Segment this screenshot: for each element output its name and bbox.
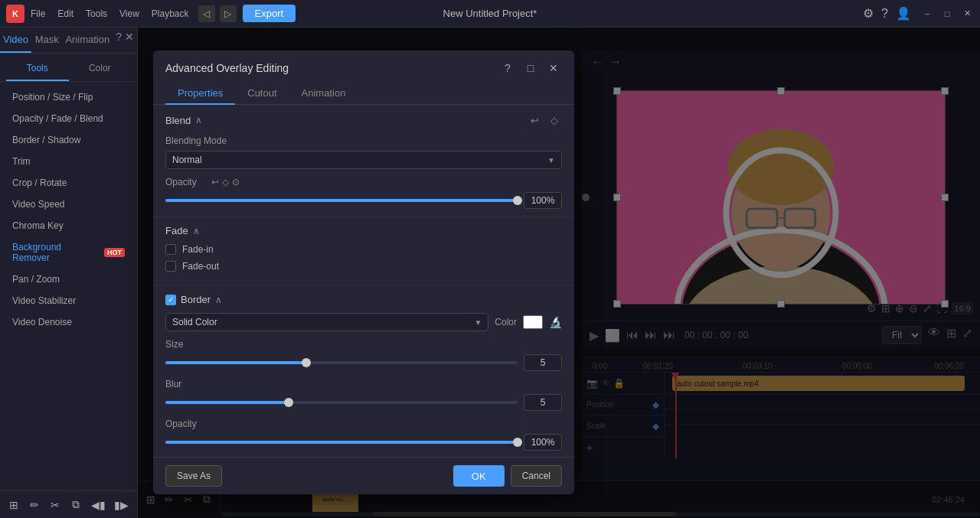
tab-animation[interactable]: Animation (289, 83, 358, 105)
inner-tab-tools[interactable]: Tools (6, 57, 69, 81)
tool-copy-btn[interactable]: ⧉ (67, 495, 83, 515)
sidebar-item-position[interactable]: Position / Size / Flip (0, 86, 137, 108)
cancel-button[interactable]: Cancel (511, 465, 562, 487)
border-opacity-slider-track[interactable] (165, 441, 518, 444)
menu-playback[interactable]: Playback (152, 8, 189, 19)
tool-edit-btn[interactable]: ✏ (27, 495, 43, 515)
blur-slider-thumb[interactable] (284, 398, 293, 407)
dialog-maximize-icon[interactable]: □ (522, 60, 539, 77)
advanced-overlay-dialog: Advanced Overlay Editing ? □ ✕ Propertie… (153, 50, 574, 494)
menu-bar: File Edit Tools View Playback (31, 8, 189, 19)
tab-mask[interactable]: Mask (31, 28, 62, 53)
border-enabled-checkbox[interactable]: ✓ (165, 295, 176, 305)
blur-slider-track[interactable] (165, 401, 518, 404)
fade-in-label: Fade-in (182, 244, 214, 255)
opacity-slider-thumb[interactable] (513, 196, 522, 205)
dialog-header: Advanced Overlay Editing ? □ ✕ (153, 50, 574, 77)
top-bar: K File Edit Tools View Playback ◁ ▷ Expo… (0, 0, 980, 28)
blur-label: Blur (165, 379, 211, 389)
sidebar-item-stabilizer[interactable]: Video Stabilizer (0, 290, 137, 311)
inner-tab-color[interactable]: Color (69, 57, 132, 81)
size-value[interactable]: 5 (524, 354, 562, 371)
tool-track-right[interactable]: ▮▶ (111, 495, 131, 515)
account-icon[interactable]: 👤 (896, 6, 911, 21)
opacity-label: Opacity (165, 177, 211, 187)
nav-forward-btn[interactable]: ▷ (220, 5, 237, 22)
opacity-settings-icon[interactable]: ◇ (222, 177, 229, 187)
sidebar-item-crop[interactable]: Crop / Rotate (0, 172, 137, 194)
border-opacity-row: Opacity 100% (165, 419, 562, 451)
eyedropper-icon[interactable]: 🔬 (549, 316, 562, 328)
menu-tools[interactable]: Tools (86, 8, 107, 19)
opacity-value[interactable]: 100% (524, 192, 562, 209)
dialog-header-icons: ? □ ✕ (499, 60, 562, 77)
minimize-button[interactable]: − (920, 7, 934, 21)
menu-view[interactable]: View (119, 8, 139, 19)
size-slider-container: 5 (165, 354, 562, 371)
tool-cut-btn[interactable]: ✂ (47, 495, 64, 515)
sidebar-item-trim[interactable]: Trim (0, 151, 137, 172)
border-opacity-slider-thumb[interactable] (513, 438, 522, 447)
tab-properties[interactable]: Properties (165, 83, 235, 105)
tab-cutout[interactable]: Cutout (235, 83, 289, 105)
sidebar-item-bg-remover[interactable]: Background Remover HOT (0, 236, 137, 269)
fade-out-checkbox[interactable] (165, 261, 176, 272)
opacity-slider-track[interactable] (165, 199, 518, 202)
blur-value[interactable]: 5 (524, 394, 562, 411)
main-layout: Video Mask Animation ? ✕ Tools Color Pos… (0, 28, 980, 518)
maximize-button[interactable]: □ (940, 7, 954, 21)
export-button[interactable]: Export (243, 5, 296, 22)
size-slider-thumb[interactable] (302, 358, 311, 367)
size-slider-track[interactable] (165, 361, 518, 364)
hot-badge: HOT (104, 248, 125, 257)
dialog-close-icon[interactable]: ✕ (545, 60, 562, 77)
sidebar-item-speed[interactable]: Video Speed (0, 194, 137, 215)
blending-mode-label: Blending Mode (165, 135, 562, 146)
opacity-undo-icon[interactable]: ↩ (211, 177, 219, 187)
opacity-slider-container: 100% (165, 192, 562, 209)
close-panel-icon[interactable]: ✕ (125, 31, 134, 50)
size-slider-fill (165, 361, 306, 364)
sidebar-item-chroma[interactable]: Chroma Key (0, 215, 137, 236)
blending-mode-dropdown[interactable]: Normal ▼ (165, 151, 562, 169)
menu-edit[interactable]: Edit (57, 8, 74, 19)
tool-add-btn[interactable]: ⊞ (6, 495, 22, 515)
ok-button[interactable]: OK (453, 465, 505, 487)
color-swatch[interactable] (523, 315, 543, 329)
border-collapse-icon[interactable]: ∧ (215, 295, 222, 305)
app-title: New Untitled Project* (443, 8, 537, 19)
sidebar-item-border[interactable]: Border / Shadow (0, 129, 137, 151)
settings-icon[interactable]: ⚙ (863, 6, 874, 21)
window-controls: − □ ✕ (920, 7, 974, 21)
sidebar-item-opacity[interactable]: Opacity / Fade / Blend (0, 108, 137, 129)
fade-in-checkbox[interactable] (165, 244, 176, 255)
blend-section-header: Blend ∧ ↩ ◇ (165, 112, 562, 128)
close-button[interactable]: ✕ (960, 7, 974, 21)
sidebar-item-pan-zoom[interactable]: Pan / Zoom (0, 269, 137, 290)
border-type-dropdown[interactable]: Solid Color ▼ (165, 313, 488, 331)
blend-section: Blend ∧ ↩ ◇ Blending Mode Normal ▼ (153, 105, 574, 217)
tab-video[interactable]: Video (0, 28, 31, 53)
dialog-title: Advanced Overlay Editing (165, 62, 289, 74)
fade-collapse-icon[interactable]: ∧ (193, 226, 200, 236)
blend-undo-icon[interactable]: ↩ (527, 112, 542, 128)
fade-section-title: Fade (165, 225, 188, 236)
dialog-help-icon[interactable]: ? (499, 60, 516, 77)
help-dialog-icon[interactable]: ? (116, 31, 122, 50)
blend-reset-icon[interactable]: ◇ (547, 112, 562, 128)
tool-track-left[interactable]: ◀▮ (88, 495, 108, 515)
help-icon[interactable]: ? (881, 7, 888, 21)
blending-mode-row: Blending Mode Normal ▼ (165, 135, 562, 169)
border-section: ✓ Border ∧ Solid Color ▼ Color 🔬 (153, 286, 574, 457)
nav-back-btn[interactable]: ◁ (198, 5, 215, 22)
blend-collapse-icon[interactable]: ∧ (195, 115, 202, 125)
sidebar-item-denoise[interactable]: Video Denoise (0, 311, 137, 333)
dialog-footer: Save As OK Cancel (153, 457, 574, 494)
border-opacity-value[interactable]: 100% (524, 434, 562, 451)
menu-file[interactable]: File (31, 8, 45, 19)
tab-animation[interactable]: Animation (62, 28, 113, 53)
left-panel: Video Mask Animation ? ✕ Tools Color Pos… (0, 28, 138, 518)
save-as-button[interactable]: Save As (165, 465, 222, 487)
left-nav-items: Position / Size / Flip Opacity / Fade / … (0, 82, 137, 490)
opacity-link-icon[interactable]: ⊙ (232, 177, 240, 187)
